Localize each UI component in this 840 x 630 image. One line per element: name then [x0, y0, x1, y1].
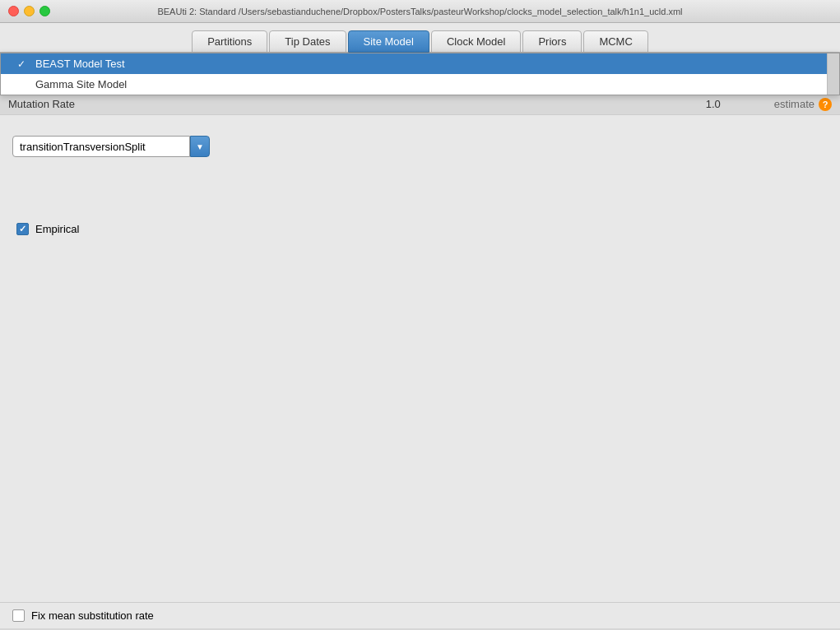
empirical-label: Empirical	[35, 223, 79, 235]
empty-checkmark	[17, 79, 29, 90]
tab-clock-model[interactable]: Clock Model	[431, 30, 522, 53]
maximize-button[interactable]	[39, 6, 50, 16]
mutation-rate-right: 1.0 estimate ?	[706, 98, 832, 111]
tab-site-model[interactable]: Site Model	[348, 30, 429, 53]
tab-tip-dates[interactable]: Tip Dates	[269, 30, 346, 53]
content-area: transitionTransversionSplit Empirical	[0, 115, 840, 628]
empirical-row: Empirical	[16, 223, 828, 235]
subst-model-select[interactable]: transitionTransversionSplit	[12, 136, 190, 157]
model-dropdown-container: ✓ BEAST Model Test Gamma Site Model Muta…	[0, 53, 840, 115]
title-bar: BEAUti 2: Standard /Users/sebastianduche…	[0, 0, 840, 23]
dropdown-item-gamma-site-model[interactable]: Gamma Site Model	[1, 74, 839, 95]
minimize-button[interactable]	[24, 6, 35, 16]
dropdown-item-label-beast: BEAST Model Test	[35, 58, 125, 70]
mutation-rate-label: Mutation Rate	[8, 98, 75, 110]
estimate-info-icon[interactable]: ?	[819, 98, 832, 111]
subst-model-arrow[interactable]	[190, 136, 210, 157]
tab-partitions[interactable]: Partitions	[192, 30, 267, 53]
window-title: BEAUti 2: Standard /Users/sebastianduche…	[157, 7, 682, 16]
checkmark-icon: ✓	[17, 58, 29, 70]
tab-bar: Partitions Tip Dates Site Model Clock Mo…	[0, 23, 840, 53]
estimate-label: estimate	[774, 98, 814, 110]
fix-mean-checkbox[interactable]	[12, 609, 25, 622]
main-content: ✓ BEAST Model Test Gamma Site Model Muta…	[0, 53, 840, 628]
traffic-lights	[8, 6, 50, 16]
close-button[interactable]	[8, 6, 19, 16]
mutation-rate-value: 1.0	[706, 98, 721, 110]
subst-model-dropdown: transitionTransversionSplit	[12, 136, 210, 157]
empirical-checkbox[interactable]	[16, 223, 29, 235]
mutation-rate-row: Mutation Rate 1.0 estimate ?	[0, 94, 840, 115]
fix-mean-label: Fix mean substitution rate	[31, 609, 154, 622]
subst-model-value: transitionTransversionSplit	[20, 141, 146, 153]
model-dropdown-open[interactable]: ✓ BEAST Model Test Gamma Site Model	[0, 53, 840, 95]
dropdown-scrollbar[interactable]	[827, 53, 839, 95]
bottom-bar: Fix mean substitution rate	[0, 602, 840, 628]
dropdown-item-beast-model-test[interactable]: ✓ BEAST Model Test	[1, 53, 839, 74]
tab-mcmc[interactable]: MCMC	[583, 30, 647, 53]
dropdown-item-label-gamma: Gamma Site Model	[35, 78, 127, 90]
tab-priors[interactable]: Priors	[522, 30, 582, 53]
